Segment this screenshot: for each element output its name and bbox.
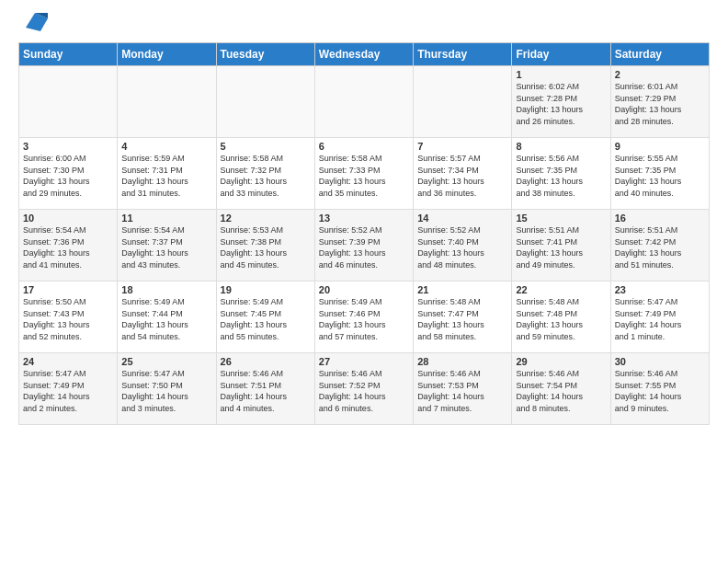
day-number: 15 bbox=[516, 213, 606, 224]
day-number: 8 bbox=[516, 141, 606, 152]
day-number: 5 bbox=[221, 141, 311, 152]
week-row-1: 1Sunrise: 6:02 AM Sunset: 7:28 PM Daylig… bbox=[19, 66, 710, 138]
day-cell: 24Sunrise: 5:47 AM Sunset: 7:49 PM Dayli… bbox=[19, 353, 118, 425]
day-cell: 30Sunrise: 5:46 AM Sunset: 7:55 PM Dayli… bbox=[610, 353, 709, 425]
day-cell: 27Sunrise: 5:46 AM Sunset: 7:52 PM Dayli… bbox=[314, 353, 413, 425]
day-info: Sunrise: 5:49 AM Sunset: 7:45 PM Dayligh… bbox=[221, 296, 311, 342]
day-info: Sunrise: 5:46 AM Sunset: 7:51 PM Dayligh… bbox=[221, 368, 311, 414]
day-info: Sunrise: 5:49 AM Sunset: 7:46 PM Dayligh… bbox=[319, 296, 409, 342]
logo-icon bbox=[22, 9, 48, 35]
logo bbox=[18, 18, 48, 35]
page-header bbox=[18, 15, 710, 35]
day-number: 4 bbox=[121, 141, 211, 152]
week-row-3: 10Sunrise: 5:54 AM Sunset: 7:36 PM Dayli… bbox=[19, 210, 710, 282]
day-cell: 29Sunrise: 5:46 AM Sunset: 7:54 PM Dayli… bbox=[512, 353, 610, 425]
day-cell: 26Sunrise: 5:46 AM Sunset: 7:51 PM Dayli… bbox=[216, 353, 314, 425]
day-number: 19 bbox=[221, 284, 311, 295]
day-number: 3 bbox=[23, 141, 113, 152]
day-number: 29 bbox=[516, 356, 606, 367]
day-info: Sunrise: 5:48 AM Sunset: 7:48 PM Dayligh… bbox=[516, 296, 606, 342]
day-cell: 16Sunrise: 5:51 AM Sunset: 7:42 PM Dayli… bbox=[610, 210, 709, 282]
weekday-wednesday: Wednesday bbox=[314, 43, 413, 66]
day-number: 26 bbox=[221, 356, 311, 367]
week-row-5: 24Sunrise: 5:47 AM Sunset: 7:49 PM Dayli… bbox=[19, 353, 710, 425]
day-number: 6 bbox=[319, 141, 409, 152]
day-cell: 20Sunrise: 5:49 AM Sunset: 7:46 PM Dayli… bbox=[314, 282, 413, 353]
day-info: Sunrise: 5:57 AM Sunset: 7:34 PM Dayligh… bbox=[417, 153, 507, 199]
day-number: 7 bbox=[417, 141, 507, 152]
day-info: Sunrise: 5:51 AM Sunset: 7:41 PM Dayligh… bbox=[516, 224, 606, 270]
day-number: 25 bbox=[121, 356, 211, 367]
day-number: 16 bbox=[615, 213, 705, 224]
day-number: 20 bbox=[319, 284, 409, 295]
day-number: 13 bbox=[319, 213, 409, 224]
day-number: 11 bbox=[121, 213, 211, 224]
weekday-monday: Monday bbox=[118, 43, 216, 66]
day-info: Sunrise: 5:58 AM Sunset: 7:32 PM Dayligh… bbox=[221, 153, 311, 199]
day-cell: 5Sunrise: 5:58 AM Sunset: 7:32 PM Daylig… bbox=[216, 138, 314, 210]
day-cell: 21Sunrise: 5:48 AM Sunset: 7:47 PM Dayli… bbox=[414, 282, 512, 353]
day-info: Sunrise: 5:46 AM Sunset: 7:55 PM Dayligh… bbox=[615, 368, 705, 414]
day-number: 12 bbox=[221, 213, 311, 224]
day-number: 21 bbox=[417, 284, 507, 295]
day-cell: 3Sunrise: 6:00 AM Sunset: 7:30 PM Daylig… bbox=[19, 138, 118, 210]
day-cell bbox=[414, 66, 512, 138]
day-cell: 25Sunrise: 5:47 AM Sunset: 7:50 PM Dayli… bbox=[118, 353, 216, 425]
day-cell: 18Sunrise: 5:49 AM Sunset: 7:44 PM Dayli… bbox=[118, 282, 216, 353]
day-number: 14 bbox=[417, 213, 507, 224]
day-number: 17 bbox=[23, 284, 113, 295]
day-cell: 17Sunrise: 5:50 AM Sunset: 7:43 PM Dayli… bbox=[19, 282, 118, 353]
day-info: Sunrise: 5:47 AM Sunset: 7:49 PM Dayligh… bbox=[23, 368, 113, 414]
weekday-sunday: Sunday bbox=[19, 43, 118, 66]
day-cell: 10Sunrise: 5:54 AM Sunset: 7:36 PM Dayli… bbox=[19, 210, 118, 282]
day-cell: 8Sunrise: 5:56 AM Sunset: 7:35 PM Daylig… bbox=[512, 138, 610, 210]
day-number: 9 bbox=[615, 141, 705, 152]
day-cell: 4Sunrise: 5:59 AM Sunset: 7:31 PM Daylig… bbox=[118, 138, 216, 210]
day-info: Sunrise: 5:54 AM Sunset: 7:37 PM Dayligh… bbox=[121, 224, 211, 270]
day-number: 22 bbox=[516, 284, 606, 295]
day-number: 27 bbox=[319, 356, 409, 367]
day-info: Sunrise: 5:49 AM Sunset: 7:44 PM Dayligh… bbox=[121, 296, 211, 342]
day-info: Sunrise: 5:47 AM Sunset: 7:50 PM Dayligh… bbox=[121, 368, 211, 414]
day-cell: 28Sunrise: 5:46 AM Sunset: 7:53 PM Dayli… bbox=[414, 353, 512, 425]
week-row-2: 3Sunrise: 6:00 AM Sunset: 7:30 PM Daylig… bbox=[19, 138, 710, 210]
day-info: Sunrise: 5:59 AM Sunset: 7:31 PM Dayligh… bbox=[121, 153, 211, 199]
day-number: 1 bbox=[516, 69, 606, 80]
day-info: Sunrise: 5:51 AM Sunset: 7:42 PM Dayligh… bbox=[615, 224, 705, 270]
day-cell: 15Sunrise: 5:51 AM Sunset: 7:41 PM Dayli… bbox=[512, 210, 610, 282]
week-row-4: 17Sunrise: 5:50 AM Sunset: 7:43 PM Dayli… bbox=[19, 282, 710, 353]
weekday-tuesday: Tuesday bbox=[216, 43, 314, 66]
day-info: Sunrise: 5:52 AM Sunset: 7:39 PM Dayligh… bbox=[319, 224, 409, 270]
calendar: SundayMondayTuesdayWednesdayThursdayFrid… bbox=[18, 42, 710, 425]
day-info: Sunrise: 5:50 AM Sunset: 7:43 PM Dayligh… bbox=[23, 296, 113, 342]
weekday-thursday: Thursday bbox=[414, 43, 512, 66]
day-cell bbox=[118, 66, 216, 138]
day-cell: 13Sunrise: 5:52 AM Sunset: 7:39 PM Dayli… bbox=[314, 210, 413, 282]
weekday-saturday: Saturday bbox=[610, 43, 709, 66]
day-cell: 2Sunrise: 6:01 AM Sunset: 7:29 PM Daylig… bbox=[610, 66, 709, 138]
day-info: Sunrise: 6:01 AM Sunset: 7:29 PM Dayligh… bbox=[615, 81, 705, 127]
day-info: Sunrise: 5:46 AM Sunset: 7:53 PM Dayligh… bbox=[417, 368, 507, 414]
day-number: 10 bbox=[23, 213, 113, 224]
day-number: 30 bbox=[615, 356, 705, 367]
day-cell: 1Sunrise: 6:02 AM Sunset: 7:28 PM Daylig… bbox=[512, 66, 610, 138]
day-cell bbox=[19, 66, 118, 138]
day-info: Sunrise: 5:54 AM Sunset: 7:36 PM Dayligh… bbox=[23, 224, 113, 270]
day-number: 28 bbox=[417, 356, 507, 367]
day-cell: 14Sunrise: 5:52 AM Sunset: 7:40 PM Dayli… bbox=[414, 210, 512, 282]
day-cell: 7Sunrise: 5:57 AM Sunset: 7:34 PM Daylig… bbox=[414, 138, 512, 210]
day-number: 18 bbox=[121, 284, 211, 295]
day-cell: 22Sunrise: 5:48 AM Sunset: 7:48 PM Dayli… bbox=[512, 282, 610, 353]
day-info: Sunrise: 6:00 AM Sunset: 7:30 PM Dayligh… bbox=[23, 153, 113, 199]
day-number: 24 bbox=[23, 356, 113, 367]
day-info: Sunrise: 5:46 AM Sunset: 7:52 PM Dayligh… bbox=[319, 368, 409, 414]
day-info: Sunrise: 5:48 AM Sunset: 7:47 PM Dayligh… bbox=[417, 296, 507, 342]
day-number: 23 bbox=[615, 284, 705, 295]
day-cell bbox=[216, 66, 314, 138]
day-cell bbox=[314, 66, 413, 138]
day-cell: 12Sunrise: 5:53 AM Sunset: 7:38 PM Dayli… bbox=[216, 210, 314, 282]
day-info: Sunrise: 5:58 AM Sunset: 7:33 PM Dayligh… bbox=[319, 153, 409, 199]
day-info: Sunrise: 5:52 AM Sunset: 7:40 PM Dayligh… bbox=[417, 224, 507, 270]
day-info: Sunrise: 5:47 AM Sunset: 7:49 PM Dayligh… bbox=[615, 296, 705, 342]
day-info: Sunrise: 5:56 AM Sunset: 7:35 PM Dayligh… bbox=[516, 153, 606, 199]
